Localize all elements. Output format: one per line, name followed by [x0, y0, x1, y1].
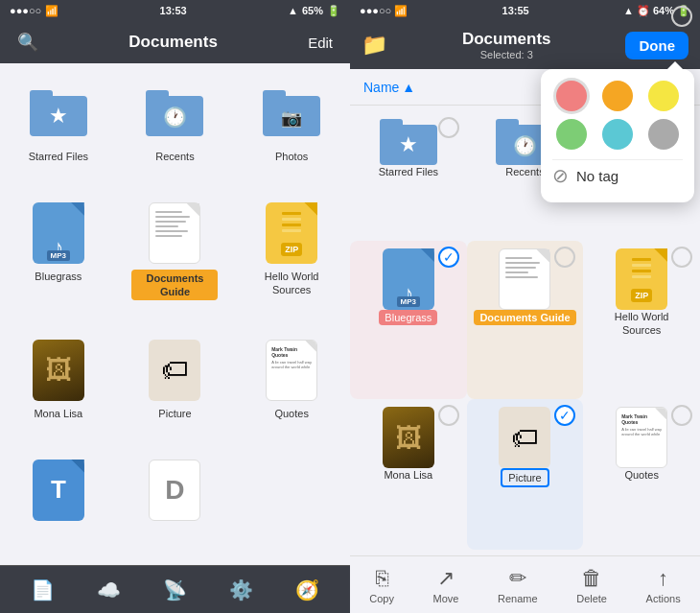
- search-button[interactable]: 🔍: [13, 28, 42, 57]
- item-label: Starred Files: [29, 150, 88, 163]
- right-location-icon: ▲: [623, 5, 634, 16]
- list-item[interactable]: T: [0, 450, 117, 555]
- list-item[interactable]: ZIP Hello World Sources: [583, 241, 700, 399]
- item-label: Photos: [275, 150, 308, 163]
- left-time: 13:53: [160, 5, 187, 16]
- copy-button[interactable]: ⎘ Copy: [362, 562, 402, 608]
- zip-file-icon-r: ZIP: [616, 248, 667, 310]
- item-label: Quotes: [624, 468, 658, 482]
- item-label: Quotes: [274, 407, 308, 420]
- sort-chevron-icon: ▲: [402, 80, 415, 95]
- item-label: Documents Guide: [474, 310, 575, 325]
- item-label: Picture: [158, 407, 191, 420]
- list-item[interactable]: Documents Guide: [467, 241, 584, 399]
- settings-tab-icon: ⚙️: [229, 578, 253, 601]
- list-item[interactable]: Mark Twain Quotes A lie can travel half …: [583, 399, 700, 550]
- color-orange[interactable]: [598, 81, 637, 111]
- wifi-tab-icon: 📡: [163, 578, 187, 601]
- orange-dot[interactable]: [602, 81, 633, 111]
- location-icon: ▲: [288, 5, 298, 16]
- item-label: Bluegrass: [379, 310, 437, 325]
- left-tab-bar: 📄 ☁️ 📡 ⚙️ 🧭: [0, 565, 350, 613]
- right-alarm-icon: ⏰: [637, 5, 650, 16]
- list-item[interactable]: 📷 Photos: [233, 73, 350, 193]
- actions-button[interactable]: ↑ Actions: [639, 562, 688, 608]
- battery-pct: 65%: [302, 5, 323, 16]
- item-label: Mona Lisa: [34, 407, 82, 420]
- list-item[interactable]: Documents Guide: [117, 193, 234, 330]
- picture-file-icon: 🏷: [144, 340, 205, 401]
- list-item[interactable]: Mark Twain Quotes A lie can travel half …: [233, 330, 350, 450]
- sort-name-button[interactable]: Name ▲: [363, 80, 415, 95]
- select-circle[interactable]: [554, 247, 575, 268]
- done-button[interactable]: Done: [625, 32, 688, 59]
- list-item[interactable]: 🏷 Picture: [117, 330, 234, 450]
- right-status-bar: ●●●○○ 📶 13:55 ▲ ⏰ 64% 🔋: [350, 0, 700, 21]
- color-yellow[interactable]: [644, 81, 683, 111]
- list-item[interactable]: 🏷 Picture ✓: [467, 399, 584, 550]
- select-circle[interactable]: ✓: [438, 247, 459, 268]
- color-red[interactable]: [552, 81, 591, 111]
- item-label: Mona Lisa: [384, 468, 432, 482]
- list-item[interactable]: ★ Starred Files: [0, 73, 117, 193]
- list-item[interactable]: 🕐 Recents: [117, 73, 234, 193]
- select-circle[interactable]: ✓: [554, 405, 575, 426]
- tab-files[interactable]: 📄: [21, 575, 64, 605]
- right-action-bar: ⎘ Copy ↗ Move ✏ Rename 🗑 Delete ↑ Action…: [350, 555, 700, 613]
- list-item[interactable]: ♪ MP3 Bluegrass: [0, 193, 117, 330]
- zip-file-icon: ZIP: [261, 202, 322, 264]
- red-dot[interactable]: [556, 81, 587, 111]
- tab-cloud[interactable]: ☁️: [87, 575, 130, 605]
- item-label: Hello World Sources: [248, 270, 335, 297]
- select-circle[interactable]: [438, 117, 459, 138]
- select-circle[interactable]: [671, 247, 692, 268]
- right-time: 13:55: [502, 5, 529, 16]
- copy-icon: ⎘: [376, 566, 388, 591]
- tab-wifi[interactable]: 📡: [153, 575, 197, 605]
- edit-button[interactable]: Edit: [304, 31, 337, 55]
- folder-clock-icon: 🕐: [144, 83, 205, 144]
- list-item[interactable]: 🖼 Mona Lisa: [350, 399, 467, 550]
- delete-label: Delete: [576, 593, 607, 604]
- select-circle[interactable]: [671, 405, 692, 426]
- doc-file-icon: [144, 202, 205, 264]
- tab-settings[interactable]: ⚙️: [220, 575, 263, 605]
- color-teal[interactable]: [598, 119, 637, 150]
- image-file-icon-r: 🖼: [383, 407, 434, 468]
- tab-compass[interactable]: 🧭: [286, 575, 329, 605]
- right-panel: ●●●○○ 📶 13:55 ▲ ⏰ 64% 🔋 📁 Documents Sele…: [350, 0, 700, 613]
- green-dot[interactable]: [556, 119, 587, 150]
- delete-icon: 🗑: [581, 566, 602, 591]
- move-button[interactable]: ↗ Move: [426, 562, 467, 608]
- item-label: Recents: [505, 165, 544, 178]
- mp3-file-icon-r: ♪ MP3: [383, 248, 434, 310]
- item-label: Picture: [501, 468, 548, 487]
- new-folder-button[interactable]: 📁: [362, 33, 387, 58]
- list-item[interactable]: ★ Starred Files: [350, 111, 467, 241]
- teal-dot[interactable]: [602, 119, 633, 150]
- gray-dot[interactable]: [648, 119, 679, 150]
- no-tag-icon: ⊘: [552, 164, 569, 187]
- image-file-icon: 🖼: [28, 340, 89, 401]
- actions-label: Actions: [646, 593, 681, 604]
- list-item[interactable]: D: [117, 450, 234, 555]
- right-nav-bar: 📁 Documents Selected: 3 Done: [350, 21, 700, 69]
- left-panel: ●●●○○ 📶 13:53 ▲ 65% 🔋 🔍 Documents Edit ★: [0, 0, 350, 613]
- cloud-tab-icon: ☁️: [97, 578, 121, 601]
- color-gray[interactable]: [644, 119, 683, 150]
- quotes-file-icon: Mark Twain Quotes A lie can travel half …: [261, 340, 322, 401]
- left-status-right: ▲ 65% 🔋: [288, 5, 340, 17]
- color-green[interactable]: [552, 119, 591, 150]
- no-tag-row[interactable]: ⊘ No tag: [552, 159, 683, 191]
- list-item[interactable]: ♪ MP3 Bluegrass ✓: [350, 241, 467, 399]
- left-file-grid: ★ Starred Files 🕐 Recents �: [0, 63, 350, 565]
- left-status-bar: ●●●○○ 📶 13:53 ▲ 65% 🔋: [0, 0, 350, 21]
- delete-button[interactable]: 🗑 Delete: [569, 562, 615, 608]
- rename-button[interactable]: ✏ Rename: [490, 562, 546, 608]
- select-all-circle[interactable]: [671, 6, 692, 27]
- color-tag-popover: ⊘ No tag: [541, 69, 694, 202]
- yellow-dot[interactable]: [648, 81, 679, 111]
- list-item[interactable]: 🖼 Mona Lisa: [0, 330, 117, 450]
- list-item[interactable]: ZIP Hello World Sources: [233, 193, 350, 330]
- select-circle[interactable]: [438, 405, 459, 426]
